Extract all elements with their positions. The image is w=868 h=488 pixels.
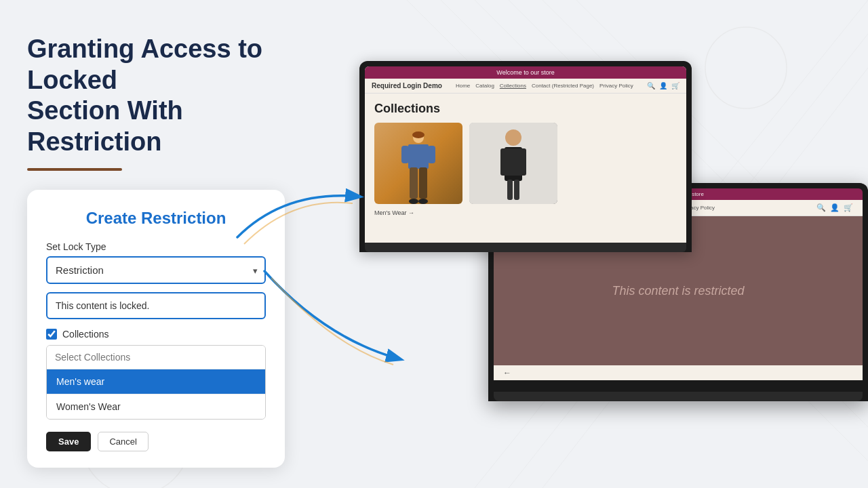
svg-point-20 <box>409 199 418 204</box>
svg-rect-18 <box>410 167 418 199</box>
collection-item-mens-wear[interactable]: Men's wear <box>47 369 265 394</box>
restricted-text: This content is restricted <box>612 284 744 298</box>
top-screen-content: Collections <box>365 94 686 224</box>
back-icon: ← <box>503 368 511 378</box>
user-icon: 👤 <box>659 82 667 89</box>
womens-wear-image <box>469 123 557 204</box>
headline-underline <box>27 168 122 171</box>
svg-rect-16 <box>401 146 409 163</box>
form-title: Create Restriction <box>46 209 266 228</box>
collections-title: Collections <box>374 102 677 116</box>
search-icon-bottom: 🔍 <box>816 203 826 212</box>
page-headline: Granting Access to Locked Section With R… <box>27 34 312 157</box>
svg-rect-19 <box>419 167 427 199</box>
svg-rect-17 <box>428 146 435 163</box>
collections-checkbox-label: Collections <box>62 329 108 340</box>
right-panel: Welcome to our store Required Login Demo… <box>339 20 868 481</box>
left-panel: Granting Access to Locked Section With R… <box>27 34 312 468</box>
user-icon-bottom: 👤 <box>830 203 840 212</box>
top-nav-bar: Required Login Demo Home Catalog Collect… <box>365 79 686 94</box>
svg-point-21 <box>418 199 428 204</box>
collections-checkbox-row: Collections <box>46 329 266 340</box>
laptop-top-screen: Welcome to our store Required Login Demo… <box>365 66 686 243</box>
cancel-button[interactable]: Cancel <box>98 432 148 451</box>
cart-icon-bottom: 🛒 <box>844 203 853 212</box>
search-icon: 🔍 <box>647 82 655 89</box>
person-silhouette <box>398 129 439 204</box>
bottom-nav-icons: 🔍 👤 🛒 <box>816 203 853 212</box>
laptop-top: Welcome to our store Required Login Demo… <box>359 61 692 252</box>
top-nav-links: Home Catalog Collections Contact (Restri… <box>456 83 633 89</box>
svg-rect-25 <box>500 148 526 176</box>
top-nav-logo: Required Login Demo <box>372 82 442 89</box>
collections-search-input[interactable] <box>47 346 265 369</box>
svg-point-23 <box>505 129 521 146</box>
bottom-footer: ← <box>494 365 863 380</box>
laptop-top-body: Welcome to our store Required Login Demo… <box>359 61 692 252</box>
locked-message-input[interactable] <box>46 292 266 319</box>
collections-dropdown: Men's wear Women's Wear <box>46 345 266 420</box>
lock-type-label: Set Lock Type <box>46 241 266 252</box>
top-welcome-bar: Welcome to our store <box>365 66 686 79</box>
mens-wear-image <box>374 123 462 204</box>
mens-wear-caption: Men's Wear → <box>374 209 677 216</box>
top-nav-icons: 🔍 👤 🛒 <box>647 82 679 89</box>
womens-figure <box>469 123 557 204</box>
save-button[interactable]: Save <box>46 432 91 451</box>
collections-checkbox[interactable] <box>46 329 57 340</box>
svg-rect-14 <box>408 144 429 169</box>
svg-rect-27 <box>514 180 519 200</box>
svg-point-13 <box>412 131 425 138</box>
lock-type-wrapper: Restriction Password Login ▾ <box>46 256 266 284</box>
form-actions: Save Cancel <box>46 432 266 451</box>
collections-images <box>374 123 677 204</box>
svg-rect-26 <box>507 180 513 200</box>
create-restriction-card: Create Restriction Set Lock Type Restric… <box>27 190 285 468</box>
lock-type-select[interactable]: Restriction Password Login <box>46 256 266 284</box>
laptop-top-base <box>365 243 686 252</box>
collection-item-womens-wear[interactable]: Women's Wear <box>47 394 265 419</box>
laptop-bottom-base <box>494 392 863 401</box>
cart-icon: 🛒 <box>671 82 679 89</box>
